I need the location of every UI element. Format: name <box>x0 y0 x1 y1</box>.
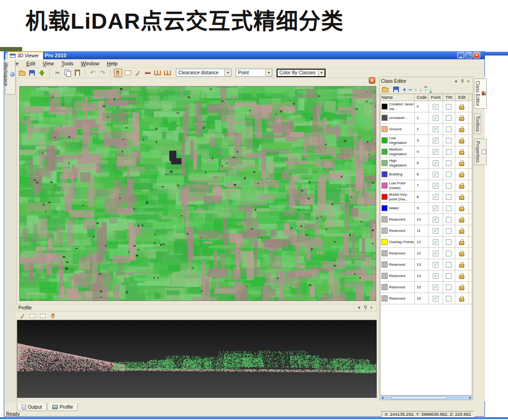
point-checkbox[interactable]: ✓ <box>433 285 438 290</box>
menu-item[interactable]: View <box>40 60 57 67</box>
point-checkbox[interactable]: ✓ <box>433 296 438 301</box>
class-set-icon[interactable] <box>143 69 152 77</box>
tin-checkbox[interactable] <box>446 183 452 189</box>
redo-icon[interactable]: ↷ <box>98 69 107 77</box>
table-row[interactable]: Reserved 16 ✓ <box>381 293 472 304</box>
copy-icon[interactable] <box>63 69 71 77</box>
close-button[interactable]: × <box>473 52 480 58</box>
tab-output[interactable]: Output <box>17 403 47 411</box>
chevron-down-icon[interactable]: ▾ <box>453 79 459 84</box>
chevron-down-icon[interactable]: ▾ <box>265 69 272 76</box>
tin-checkbox[interactable] <box>446 228 452 234</box>
window-titlebar[interactable]: LidarStation Pro 2010 ▁ ❐ × <box>4 51 484 59</box>
tab-class-editor[interactable]: Class Editor <box>474 79 487 109</box>
table-row[interactable]: Reserved 12 ✓ <box>381 248 472 259</box>
tin-checkbox[interactable] <box>446 206 452 211</box>
pin-icon[interactable] <box>459 79 465 84</box>
tab-profile[interactable]: Profile <box>48 403 78 411</box>
table-row[interactable]: Reserved 10 ✓ <box>381 214 472 225</box>
point-checkbox[interactable]: ✓ <box>433 273 438 279</box>
pan-hand-icon[interactable] <box>114 69 122 77</box>
menu-item[interactable]: Edit <box>23 60 39 67</box>
section-prev-icon[interactable] <box>28 311 37 320</box>
close-icon[interactable]: × <box>465 79 471 84</box>
lock-icon[interactable] <box>459 219 464 222</box>
point-checkbox[interactable]: ✓ <box>433 104 438 110</box>
table-row[interactable]: Ground 2 ✓ <box>381 124 472 135</box>
lock-icon[interactable] <box>459 185 464 189</box>
point-checkbox[interactable]: ✓ <box>433 149 438 155</box>
table-row[interactable]: High Vegetation 5 ✓ <box>381 158 472 169</box>
move-top-icon[interactable]: ↑ <box>424 87 427 93</box>
point-checkbox[interactable]: ✓ <box>433 217 438 222</box>
clearance-distance-combo[interactable]: Clearance distance ▾ <box>176 69 231 77</box>
import-icon[interactable] <box>38 69 46 77</box>
color-by-combo[interactable]: Color By Classes ▾ <box>277 69 325 77</box>
lock-icon[interactable] <box>459 106 464 110</box>
point-checkbox[interactable]: ✓ <box>433 138 438 143</box>
tin-checkbox[interactable] <box>446 160 452 166</box>
tin-checkbox[interactable] <box>446 194 452 200</box>
lock-icon[interactable] <box>459 253 464 256</box>
table-row[interactable]: Low Vegetation 3 ✓ <box>381 135 472 146</box>
add-class-icon[interactable]: + <box>403 87 406 93</box>
tab-toolbox[interactable]: Toolbox <box>474 113 481 134</box>
lock-icon[interactable] <box>459 117 464 121</box>
horizontal-scrollbar[interactable] <box>380 396 472 400</box>
lock-icon[interactable] <box>459 230 464 234</box>
paste-icon[interactable] <box>73 69 81 77</box>
chevron-down-icon[interactable]: ▾ <box>224 69 231 76</box>
point-checkbox[interactable]: ✓ <box>433 160 438 166</box>
point-checkbox[interactable]: ✓ <box>433 262 438 268</box>
brush-icon[interactable] <box>18 311 26 320</box>
table-row[interactable]: Low Point (noise) 7 ✓ <box>381 180 472 191</box>
lock-icon[interactable] <box>459 207 464 211</box>
move-down-icon[interactable]: ↓ <box>420 87 422 92</box>
tin-checkbox[interactable] <box>446 239 452 245</box>
tin-checkbox[interactable] <box>446 251 452 256</box>
lock-icon[interactable] <box>459 196 464 200</box>
workspace-tab[interactable]: Workspace <box>5 54 16 95</box>
point-checkbox[interactable]: ✓ <box>433 183 438 189</box>
lock-icon[interactable] <box>459 151 464 155</box>
profile-panel-header[interactable]: Profile ▾ × <box>16 304 377 311</box>
point-combo[interactable]: Point ▾ <box>236 69 272 77</box>
class-editor-header[interactable]: Class Editor ▾ × <box>380 77 473 85</box>
point-checkbox[interactable]: ✓ <box>433 206 438 211</box>
viewer-close-icon[interactable]: ✕ <box>369 77 375 84</box>
table-row[interactable]: Building 6 ✓ <box>381 169 472 180</box>
tin-checkbox[interactable] <box>446 217 452 222</box>
cut-icon[interactable]: ✂ <box>53 69 62 77</box>
tin-checkbox[interactable] <box>446 104 452 110</box>
table-row[interactable]: Reserved 11 ✓ <box>381 225 472 237</box>
profile-view[interactable] <box>17 320 377 398</box>
lock-icon[interactable] <box>459 140 464 143</box>
scroll-left-icon[interactable] <box>380 396 385 400</box>
tin-checkbox[interactable] <box>446 127 452 132</box>
section-next-icon[interactable] <box>39 311 47 320</box>
point-checkbox[interactable]: ✓ <box>433 172 438 177</box>
open-icon[interactable] <box>18 69 26 77</box>
tin-checkbox[interactable] <box>446 149 452 155</box>
profile-canvas[interactable] <box>17 320 376 397</box>
restore-button[interactable]: ❐ <box>465 52 472 58</box>
point-checkbox[interactable]: ✓ <box>433 239 438 245</box>
table-row[interactable]: Reserved 14 ✓ <box>381 270 472 282</box>
lock-icon[interactable] <box>459 275 464 279</box>
map-canvas[interactable] <box>20 87 376 301</box>
table-row[interactable]: Unclassif… 1 ✓ <box>381 112 472 124</box>
point-cloud-map-view[interactable] <box>19 86 376 301</box>
open-icon[interactable] <box>381 85 389 94</box>
point-checkbox[interactable]: ✓ <box>433 115 438 121</box>
point-checkbox[interactable]: ✓ <box>433 251 438 256</box>
point-checkbox[interactable]: ✓ <box>433 228 438 234</box>
lock-icon[interactable] <box>459 241 464 245</box>
scroll-right-icon[interactable] <box>469 396 471 399</box>
tin-checkbox[interactable] <box>446 296 452 301</box>
point-checkbox[interactable]: ✓ <box>433 127 438 132</box>
lock-icon[interactable] <box>459 174 464 177</box>
table-row[interactable]: Overlap Points 12 ✓ <box>381 237 472 248</box>
lock-icon[interactable] <box>459 286 464 290</box>
fence-edit-icon[interactable] <box>163 69 172 77</box>
brush-icon[interactable] <box>134 69 142 77</box>
